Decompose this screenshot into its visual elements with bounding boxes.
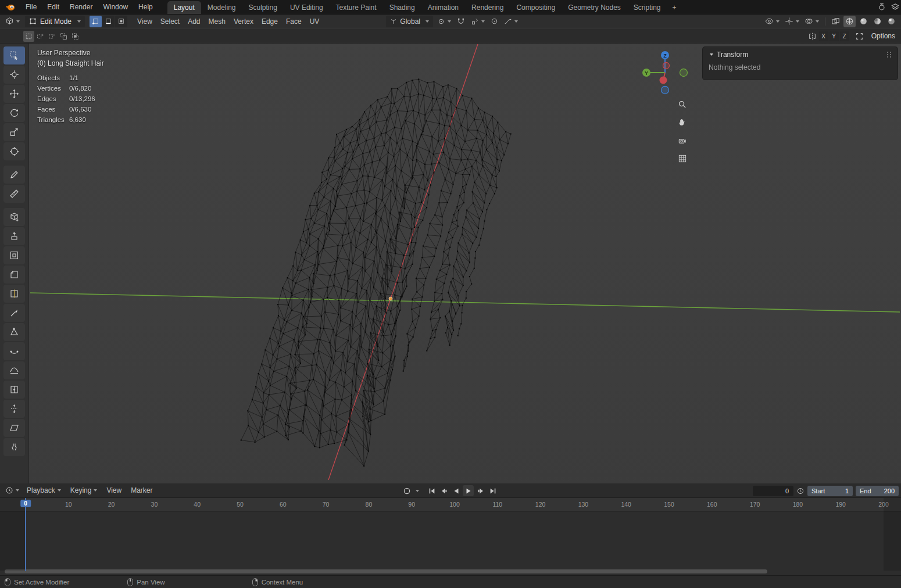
select-intersect-button[interactable] [70, 31, 81, 42]
ortho-toggle-button[interactable] [675, 152, 689, 166]
options-button[interactable]: Options [866, 32, 896, 40]
shading-solid-button[interactable] [857, 16, 870, 27]
tool-move[interactable] [3, 85, 25, 103]
tool-scale[interactable] [3, 123, 25, 141]
viewport-canvas[interactable] [29, 44, 901, 483]
playhead-badge[interactable]: 0 [20, 500, 31, 507]
tool-knife[interactable] [3, 304, 25, 322]
view-layer-icon[interactable] [891, 2, 900, 12]
axis-toggle-y[interactable]: Y [830, 31, 839, 41]
tool-shear[interactable] [3, 419, 25, 437]
mode-dropdown[interactable]: Edit Mode [25, 16, 85, 27]
menu-render[interactable]: Render [65, 0, 98, 14]
jump-to-end-button[interactable] [487, 485, 498, 496]
menu-help[interactable]: Help [133, 0, 158, 14]
tab-sculpting[interactable]: Sculpting [242, 1, 284, 14]
tool-bevel[interactable] [3, 266, 25, 284]
editor-type-button[interactable] [3, 16, 22, 27]
next-keyframe-button[interactable] [475, 485, 486, 496]
transform-panel-header[interactable]: Transform [703, 47, 898, 62]
orientation-dropdown[interactable]: Global [386, 16, 433, 27]
gizmo-z-neg[interactable] [662, 87, 669, 94]
menu-window[interactable]: Window [98, 0, 133, 14]
snap-settings-dropdown[interactable] [469, 16, 487, 27]
tab-shading[interactable]: Shading [383, 1, 421, 14]
tool-poly-build[interactable] [3, 323, 25, 341]
current-frame-field[interactable]: 0 [753, 486, 793, 496]
tab-animation[interactable]: Animation [421, 1, 465, 14]
menu-file[interactable]: File [20, 0, 42, 14]
panel-grip-icon[interactable] [886, 51, 893, 58]
tool-loop-cut[interactable] [3, 285, 25, 303]
viewport-menu-edge[interactable]: Edge [258, 17, 282, 26]
corner-expand-icon[interactable] [855, 32, 864, 41]
tab-scripting[interactable]: Scripting [627, 1, 667, 14]
gizmos-dropdown[interactable] [783, 16, 801, 27]
tool-rip-region[interactable] [3, 438, 25, 456]
prev-keyframe-button[interactable] [438, 485, 449, 496]
tool-cursor[interactable] [3, 66, 25, 84]
jump-to-start-button[interactable] [426, 485, 437, 496]
proportional-edit-toggle[interactable] [489, 16, 500, 27]
vertex-select-button[interactable] [90, 16, 102, 27]
play-reverse-button[interactable] [450, 485, 462, 496]
menu-edit[interactable]: Edit [42, 0, 65, 14]
proportional-falloff-dropdown[interactable] [502, 16, 520, 27]
tab-compositing[interactable]: Compositing [510, 1, 562, 14]
tab-modeling[interactable]: Modeling [201, 1, 242, 14]
shading-wireframe-button[interactable] [843, 16, 856, 27]
select-subtract-button[interactable] [47, 31, 58, 42]
overlays-dropdown[interactable] [803, 16, 821, 27]
camera-view-button[interactable] [675, 134, 689, 148]
viewport-menu-mesh[interactable]: Mesh [205, 17, 230, 26]
select-extend-button[interactable] [35, 31, 46, 42]
add-workspace-button[interactable]: + [667, 1, 682, 14]
tool-add-cube[interactable] [3, 208, 25, 226]
timeline-editor-type-button[interactable] [3, 485, 21, 496]
tab-layout[interactable]: Layout [167, 1, 201, 14]
viewport-menu-uv[interactable]: UV [306, 17, 324, 26]
viewport-menu-face[interactable]: Face [282, 17, 306, 26]
tool-inset-faces[interactable] [3, 246, 25, 264]
timeline-menu-playback[interactable]: Playback [22, 486, 66, 494]
timeline-menu-view[interactable]: View [102, 486, 126, 494]
end-frame-field[interactable]: End200 [856, 486, 899, 496]
timeline-menu-keying[interactable]: Keying [66, 486, 102, 494]
tool-edge-slide[interactable] [3, 381, 25, 399]
scene-icon[interactable] [877, 2, 886, 12]
tab-uv-editing[interactable]: UV Editing [284, 1, 330, 14]
face-select-button[interactable] [115, 16, 127, 27]
gizmo-x-pos[interactable] [660, 77, 667, 84]
timeline-scrollbar[interactable] [5, 569, 767, 573]
play-button[interactable] [463, 485, 474, 496]
shading-rendered-button[interactable] [885, 16, 898, 27]
viewport-menu-select[interactable]: Select [156, 17, 184, 26]
tab-rendering[interactable]: Rendering [465, 1, 510, 14]
gizmo-x-neg[interactable] [663, 63, 670, 69]
snap-toggle[interactable] [455, 16, 467, 27]
select-set-button[interactable] [23, 31, 34, 42]
visibility-dropdown[interactable] [763, 16, 781, 27]
tab-texture-paint[interactable]: Texture Paint [330, 1, 383, 14]
use-preview-range-icon[interactable] [796, 487, 805, 495]
axis-toggle-x[interactable]: X [819, 31, 828, 41]
start-frame-field[interactable]: Start1 [807, 486, 853, 496]
tool-transform[interactable] [3, 142, 25, 160]
pan-button[interactable] [675, 116, 689, 130]
edge-select-button[interactable] [102, 16, 115, 27]
tool-extrude-region[interactable] [3, 227, 25, 245]
pivot-point-dropdown[interactable] [435, 16, 453, 27]
xray-toggle[interactable] [830, 16, 842, 27]
tool-select-box[interactable] [3, 46, 25, 64]
timeline-ruler[interactable]: 1020304050607080901001101201301401501601… [0, 498, 901, 512]
shading-material-button[interactable] [871, 16, 884, 27]
auto-key-button[interactable] [401, 485, 412, 496]
tool-smooth[interactable] [3, 361, 25, 379]
viewport-menu-vertex[interactable]: Vertex [230, 17, 258, 26]
timeline-track-area[interactable] [0, 512, 901, 575]
tool-annotate[interactable] [3, 166, 25, 184]
navigation-gizmo[interactable]: Z Y [637, 45, 693, 101]
tool-spin[interactable] [3, 342, 25, 360]
gizmo-y-neg[interactable] [680, 69, 688, 77]
viewport-menu-view[interactable]: View [133, 17, 156, 26]
